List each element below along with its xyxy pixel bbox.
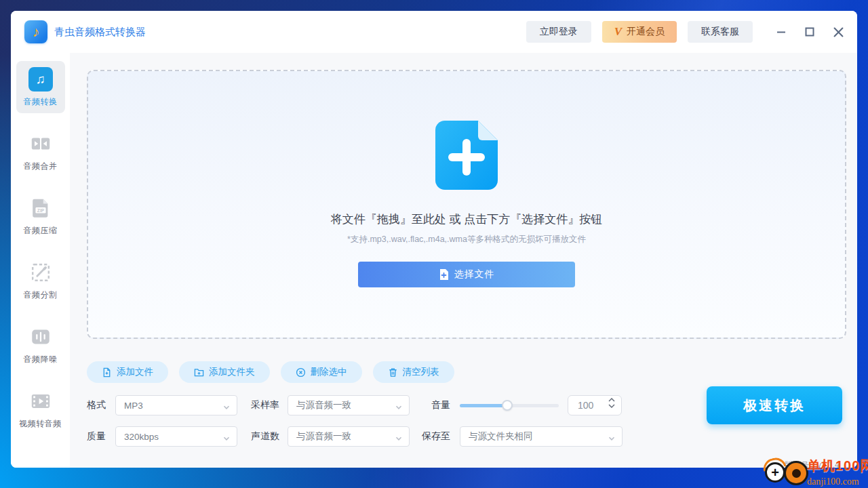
watermark-donut-icon xyxy=(784,461,808,485)
trash-icon xyxy=(388,367,398,378)
sidebar: ♫ 音频转换 xyxy=(11,53,70,468)
merge-icon xyxy=(28,131,53,156)
format-value: MP3 xyxy=(124,401,143,411)
vip-button-label: 开通会员 xyxy=(627,26,665,38)
save-to-value: 与源文件夹相同 xyxy=(469,430,533,443)
minimize-icon[interactable] xyxy=(776,26,787,37)
app-logo-music-note-icon: ♪ xyxy=(24,20,47,43)
save-to-select[interactable]: 与源文件夹相同 xyxy=(460,426,623,447)
volume-value: 100 xyxy=(578,400,593,411)
sidebar-item-audio-convert[interactable]: ♫ 音频转换 xyxy=(16,61,65,113)
folder-plus-icon xyxy=(194,367,204,378)
main-panel: 将文件『拖拽』至此处 或 点击下方『选择文件』按钮 *支持.mp3,.wav,.… xyxy=(70,53,857,468)
clear-list-button[interactable]: 清空列表 xyxy=(373,361,454,383)
chevron-down-icon xyxy=(222,402,231,414)
volume-slider[interactable] xyxy=(460,395,559,415)
contact-support-button[interactable]: 联系客服 xyxy=(688,21,753,43)
format-label: 格式 xyxy=(87,399,115,411)
slider-fill xyxy=(460,404,507,407)
sidebar-item-label: 音频分割 xyxy=(16,289,65,301)
watermark-domain: danji100.com xyxy=(807,476,868,487)
sidebar-item-label: 音频压缩 xyxy=(16,225,65,237)
dropzone-subline: *支持.mp3,.wav,.flac,.m4a,.wma等多种格式的无损坏可播放… xyxy=(347,234,586,245)
chevron-down-icon xyxy=(608,433,616,445)
file-toolbar: 添加文件 添加文件夹 删除选中 清空列表 xyxy=(87,361,454,383)
add-file-button[interactable]: 添加文件 xyxy=(87,361,168,383)
delete-selected-button[interactable]: 删除选中 xyxy=(281,361,362,383)
add-file-label: 添加文件 xyxy=(117,366,153,378)
denoise-icon xyxy=(28,325,53,349)
volume-label: 音量 xyxy=(410,399,460,411)
slider-thumb[interactable] xyxy=(502,400,513,411)
login-button[interactable]: 立即登录 xyxy=(526,21,591,43)
sidebar-item-audio-merge[interactable]: 音频合并 xyxy=(16,125,65,178)
sidebar-item-audio-compress[interactable]: ZIP 音频压缩 xyxy=(16,190,65,242)
add-folder-label: 添加文件夹 xyxy=(209,366,255,378)
delete-selected-label: 删除选中 xyxy=(311,366,347,378)
add-folder-button[interactable]: 添加文件夹 xyxy=(179,361,270,383)
video-film-icon xyxy=(28,389,53,413)
sidebar-item-label: 音频合并 xyxy=(16,161,65,172)
vip-v-icon: V xyxy=(614,25,622,39)
sample-rate-select[interactable]: 与源音频一致 xyxy=(288,395,410,415)
site-watermark: + 单机100网 danji100.com xyxy=(764,457,868,488)
music-note-icon: ♫ xyxy=(28,67,53,92)
select-files-button[interactable]: 选择文件 xyxy=(358,262,575,287)
app-title: 青虫音频格式转换器 xyxy=(54,26,146,39)
chevron-down-icon xyxy=(395,433,403,445)
sample-rate-value: 与源音频一致 xyxy=(296,399,351,411)
file-plus-icon xyxy=(439,269,449,280)
sample-rate-label: 采样率 xyxy=(237,399,288,411)
desktop-background: ♪ 青虫音频格式转换器 立即登录 V 开通会员 联系客服 xyxy=(0,0,868,488)
circle-x-icon xyxy=(296,367,306,378)
channels-label: 声道数 xyxy=(237,430,288,443)
file-drop-zone[interactable]: 将文件『拖拽』至此处 或 点击下方『选择文件』按钮 *支持.mp3,.wav,.… xyxy=(87,70,846,339)
channels-select[interactable]: 与源音频一致 xyxy=(288,426,410,447)
chevron-up-icon[interactable] xyxy=(608,398,615,402)
maximize-icon[interactable] xyxy=(804,26,815,37)
fast-convert-button[interactable]: 极速转换 xyxy=(707,386,842,424)
chevron-down-icon xyxy=(222,433,231,445)
save-to-label: 保存至 xyxy=(410,430,460,443)
title-bar: ♪ 青虫音频格式转换器 立即登录 V 开通会员 联系客服 xyxy=(11,11,857,53)
chevron-down-icon xyxy=(395,402,403,414)
channels-value: 与源音频一致 xyxy=(296,430,351,443)
sidebar-item-video-to-audio[interactable]: 视频转音频 xyxy=(16,383,65,435)
watermark-plus-circle-icon: + xyxy=(765,462,785,483)
chevron-down-icon[interactable] xyxy=(608,404,615,408)
quality-label: 质量 xyxy=(87,430,115,443)
settings-row-2: 质量 320kbps 声道数 与源音频一致 保存至 与源文件夹相同 xyxy=(87,426,623,447)
quality-value: 320kbps xyxy=(124,432,159,442)
vip-button[interactable]: V 开通会员 xyxy=(602,21,677,43)
sidebar-item-audio-denoise[interactable]: 音频降噪 xyxy=(16,319,65,371)
close-icon[interactable] xyxy=(833,26,844,37)
volume-stepper[interactable]: 100 xyxy=(568,395,622,415)
watermark-site-name: 单机100网 xyxy=(807,457,868,475)
sidebar-item-audio-split[interactable]: 音频分割 xyxy=(16,254,65,306)
sidebar-item-label: 视频转音频 xyxy=(16,418,65,430)
add-file-icon xyxy=(435,121,498,192)
quality-select[interactable]: 320kbps xyxy=(115,426,237,447)
app-window: ♪ 青虫音频格式转换器 立即登录 V 开通会员 联系客服 xyxy=(11,11,857,468)
settings-row-1: 格式 MP3 采样率 与源音频一致 音量 xyxy=(87,395,622,415)
zip-file-icon: ZIP xyxy=(28,196,53,220)
clear-list-label: 清空列表 xyxy=(403,366,439,378)
sidebar-item-label: 音频降噪 xyxy=(16,354,65,365)
svg-text:ZIP: ZIP xyxy=(37,208,44,213)
format-select[interactable]: MP3 xyxy=(115,395,237,415)
window-controls xyxy=(776,26,844,37)
sidebar-item-label: 音频转换 xyxy=(16,96,65,108)
select-files-label: 选择文件 xyxy=(454,268,495,281)
split-icon xyxy=(28,260,53,285)
file-plus-icon xyxy=(102,367,112,378)
dropzone-headline: 将文件『拖拽』至此处 或 点击下方『选择文件』按钮 xyxy=(331,211,602,227)
